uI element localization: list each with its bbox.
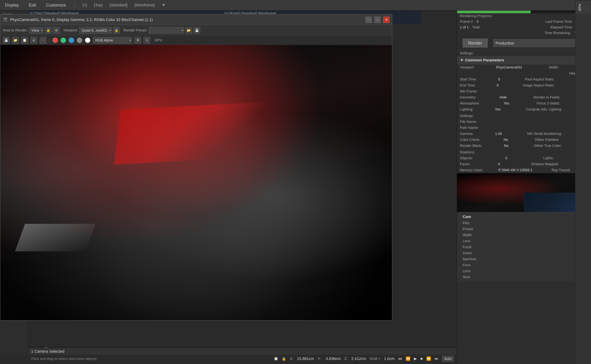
viewport-lock[interactable]: 🔒 — [113, 27, 120, 34]
red-channel-btn[interactable] — [52, 37, 58, 43]
image-aspect-label: Image Aspect Ratio: — [523, 83, 555, 87]
clone-render-btn[interactable]: 📋 — [21, 37, 28, 44]
maximize-button[interactable]: □ — [374, 17, 381, 23]
aperture-row: Aperture — [460, 256, 588, 262]
menu-display[interactable]: Display — [4, 2, 20, 8]
settings-label-row: Settings: — [457, 51, 591, 56]
viewport-rs-value: PhysCamera001 — [496, 65, 522, 69]
status-bar-2: Click and drag to select and move object… — [28, 355, 457, 362]
render-preset-select[interactable] — [149, 27, 184, 34]
shadow-mapped-label: Shadow Mapped: — [531, 162, 559, 166]
prev-frame-btn[interactable]: ⏪ — [406, 356, 410, 361]
area-render-settings[interactable]: ⚙ — [53, 27, 60, 34]
atmosphere-value: Yes — [504, 101, 510, 105]
athe-tab[interactable]: athe — [576, 2, 590, 13]
render-image-canvas — [0, 45, 392, 320]
width-cam-row: Width — [460, 232, 588, 238]
y-coord-label: Y: — [318, 356, 321, 361]
frame-info-row: Frame # 0 Last Frame Time: 0:00:42 — [457, 19, 591, 25]
zoom-row: Zoom — [460, 250, 588, 256]
focus-label: Focu — [463, 263, 470, 267]
green-channel-btn[interactable] — [60, 37, 66, 43]
production-select[interactable]: Production — [493, 39, 588, 47]
viewport-select[interactable]: Quad 4...era001 — [79, 27, 112, 34]
settings-section-row: Settings: — [457, 112, 591, 119]
x-coord-label: X: — [290, 356, 293, 361]
objects-value: 0 — [505, 156, 507, 160]
z-coord-label: Z: — [344, 356, 348, 361]
area-render-select[interactable]: View — [29, 27, 43, 34]
toolbar-separator: | — [74, 3, 75, 7]
objects-label: Objects: — [460, 156, 473, 160]
render-window-title: PhysCamera001, frame 0, Display Gamma: 2… — [10, 18, 363, 22]
viewport-rs-label: Viewport: — [460, 65, 475, 69]
common-params-header[interactable]: ▼ Common Parameters — [457, 56, 591, 65]
minimize-button[interactable]: — — [365, 17, 372, 23]
render-window-icon: 🎬 — [3, 18, 8, 22]
render-black-value: No — [504, 144, 509, 148]
render-button[interactable]: Render — [463, 39, 488, 47]
auto-button[interactable]: Auto — [442, 356, 454, 362]
geometry-label: Geometry: — [460, 95, 476, 99]
channel-select[interactable]: RGB Alpha — [93, 37, 132, 44]
skip-end-btn[interactable]: ⏭ — [435, 356, 438, 361]
pixel-info-btn[interactable]: ℹ — [143, 37, 150, 44]
area-render-lock[interactable]: 🔒 — [45, 27, 52, 34]
time-remaining-label: Time Remaining: — [544, 31, 571, 35]
gpu-label: GPU — [154, 38, 162, 42]
nth-frame-label: Nth Frame: — [460, 89, 477, 93]
standard-label: [Standard] — [110, 3, 128, 7]
compute-adv-label: Compute Adv. Lighting: — [526, 107, 562, 111]
render-black-label: Render Black: — [460, 144, 482, 148]
atmosphere-label: Atmosphere: — [460, 101, 480, 105]
total-label: Total — [472, 25, 480, 29]
end-time-row: End Time: 0 Image Aspect Ratio: 1.77778 — [457, 82, 591, 88]
statistics-label: Statistics: — [460, 150, 475, 154]
maximize-icon: □ — [377, 18, 379, 21]
cursor-icon: 🔲 — [274, 357, 278, 361]
close-button[interactable]: ✕ — [383, 17, 390, 23]
objects-row: Objects: 0 Lights: 0 — [457, 155, 591, 161]
render-channel-toolbar: 💾 📁 📋 🖨 ✕ | RGB Alpha 🖥 ℹ GPU — [0, 36, 392, 45]
stop-btn[interactable]: ■ — [420, 356, 423, 361]
shutter-label: Shut — [463, 275, 470, 279]
play-btn[interactable]: ▶ — [414, 356, 417, 361]
focal-label: Focal — [463, 245, 471, 249]
preset-row: Preset — [460, 226, 588, 232]
clear-render-btn[interactable]: ✕ — [40, 37, 46, 44]
book-corner-highlight — [15, 224, 95, 251]
cam-label: Cam — [463, 214, 471, 219]
area-to-render-group: Area to Render: View 🔒 ⚙ — [3, 27, 60, 34]
alpha-channel-btn[interactable] — [77, 37, 82, 43]
menu-customize[interactable]: Customize — [45, 2, 67, 8]
white-channel-btn[interactable] — [85, 37, 90, 43]
rendering-progress-label: Rendering Progress: — [460, 14, 492, 18]
thumbnail-preview — [457, 173, 591, 212]
color-check-label: Color Check: — [460, 138, 480, 142]
render-preset-group: Render Preset: 📂 💾 — [123, 27, 200, 34]
frame-label: Frame # — [460, 20, 473, 24]
preset-label: Preset — [463, 227, 473, 231]
blue-channel-btn[interactable] — [69, 37, 74, 43]
ray-traced-label: Ray Traced: — [551, 168, 571, 172]
render-gradient-overlay — [0, 45, 392, 320]
geometry-row: Geometry: Hide Render to Fields: No — [457, 94, 591, 100]
x-coord-value: 15.881cm — [297, 356, 314, 361]
close-icon: ✕ — [385, 18, 388, 22]
print-render-btn[interactable]: 🖨 — [30, 37, 37, 44]
gamma-row: Gamma: 1.00 Nth Serial Numbering: No — [457, 131, 591, 137]
time-remaining-row: Time Remaining: ??:??:?? — [457, 30, 591, 36]
grid-label: Grid = — [370, 356, 381, 361]
skip-start-btn[interactable]: ⏮ — [398, 356, 402, 361]
color-check-value: No — [504, 138, 508, 142]
render-preset-save[interactable]: 💾 — [194, 27, 200, 34]
dropdown-arrow[interactable]: ▼ — [162, 3, 166, 7]
menu-edit[interactable]: Edit — [27, 2, 37, 8]
memory-used-value: P:3940.4M V:10569.1 — [498, 168, 532, 172]
next-frame-btn[interactable]: ⏩ — [426, 356, 431, 361]
display-options-btn[interactable]: 🖥 — [134, 37, 141, 44]
render-preset-load[interactable]: 📂 — [185, 27, 192, 34]
open-render-btn[interactable]: 📁 — [12, 37, 19, 44]
save-render-btn[interactable]: 💾 — [3, 37, 10, 44]
geometry-value: Hide — [500, 95, 507, 99]
